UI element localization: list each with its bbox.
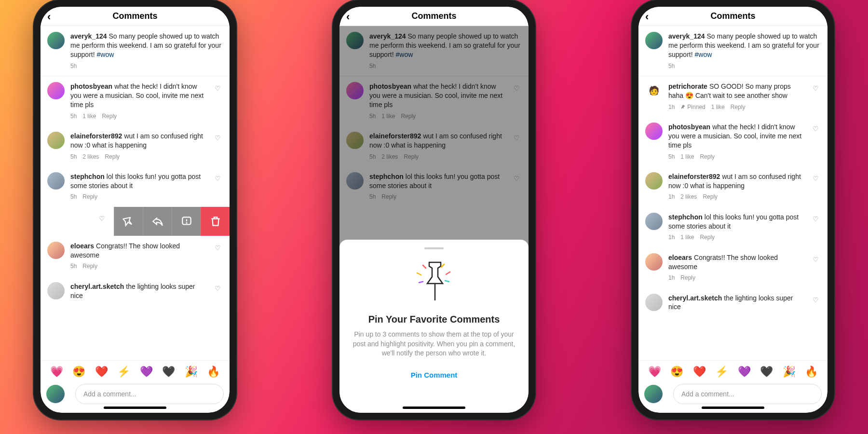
commenter-username[interactable]: elaineforster892 — [668, 173, 720, 180]
emoji-option[interactable]: 😍 — [72, 366, 85, 378]
author-avatar[interactable] — [47, 32, 65, 49]
commenter-username[interactable]: elaineforster892 — [70, 132, 122, 140]
comment-row[interactable]: eloearsCongrats!! The show looked awesom… — [41, 236, 230, 276]
reply-button[interactable]: Reply — [82, 193, 97, 201]
like-count[interactable]: 1 like — [711, 103, 725, 111]
pin-action-button[interactable] — [114, 207, 143, 236]
commenter-username[interactable]: eloears — [70, 242, 94, 250]
like-icon[interactable]: ♡ — [810, 215, 821, 242]
home-indicator[interactable] — [104, 407, 166, 409]
like-icon[interactable]: ♡ — [96, 215, 107, 222]
reply-button[interactable]: Reply — [703, 193, 718, 201]
commenter-username[interactable]: eloears — [668, 254, 692, 261]
back-chevron-icon[interactable]: ‹ — [645, 11, 649, 23]
delete-action-button[interactable] — [201, 207, 230, 236]
comment-input[interactable]: Add a comment... — [673, 384, 822, 404]
emoji-option[interactable]: 💜 — [738, 366, 751, 378]
like-icon[interactable]: ♡ — [810, 84, 821, 111]
home-indicator[interactable] — [403, 407, 465, 409]
author-username[interactable]: averyk_124 — [70, 32, 107, 40]
like-icon[interactable]: ♡ — [212, 84, 223, 120]
commenter-avatar[interactable] — [645, 294, 663, 311]
like-icon[interactable]: ♡ — [810, 255, 821, 282]
reply-button[interactable]: Reply — [700, 233, 715, 241]
comment-row[interactable]: photosbyeanwhat the heck! I didn't know … — [638, 117, 827, 166]
sheet-grabber[interactable] — [424, 247, 444, 249]
commenter-avatar[interactable] — [47, 282, 65, 299]
like-icon[interactable]: ♡ — [212, 284, 223, 303]
comment-row[interactable]: elaineforster892wut I am so confused rig… — [41, 126, 230, 166]
emoji-option[interactable]: ⚡ — [117, 366, 130, 378]
reply-action-button[interactable] — [143, 207, 172, 236]
comment-row[interactable]: photosbyeanwhat the heck! I didn't know … — [41, 76, 230, 126]
back-chevron-icon[interactable]: ‹ — [47, 11, 51, 23]
caption-timestamp: 5h — [70, 62, 77, 70]
comment-row[interactable]: cheryl.art.sketchthe lighting looks supe… — [41, 276, 230, 309]
like-count[interactable]: 2 likes — [82, 153, 99, 161]
commenter-avatar[interactable] — [645, 213, 663, 230]
like-icon[interactable]: ♡ — [810, 124, 821, 161]
report-action-button[interactable] — [172, 207, 201, 236]
commenter-avatar[interactable] — [47, 242, 65, 259]
like-count[interactable]: 2 likes — [680, 193, 697, 201]
commenter-avatar[interactable] — [47, 82, 65, 99]
commenter-username[interactable]: cheryl.art.sketch — [70, 283, 124, 290]
like-icon[interactable]: ♡ — [212, 174, 223, 201]
reply-button[interactable]: Reply — [680, 274, 695, 282]
commenter-avatar[interactable]: 🧑 — [645, 82, 663, 99]
comment-input[interactable]: Add a comment... — [75, 384, 224, 404]
like-icon[interactable]: ♡ — [810, 296, 821, 315]
commenter-username[interactable]: stephchon — [70, 173, 105, 180]
self-avatar[interactable] — [46, 385, 65, 403]
reply-button[interactable]: Reply — [105, 153, 120, 161]
emoji-option[interactable]: 🎉 — [783, 366, 796, 378]
emoji-option[interactable]: 🔥 — [207, 366, 220, 378]
reply-button[interactable]: Reply — [731, 103, 746, 111]
home-indicator[interactable] — [702, 407, 764, 409]
self-avatar[interactable] — [644, 385, 663, 403]
pin-comment-button[interactable]: Pin Comment — [351, 371, 517, 379]
emoji-option[interactable]: 💗 — [648, 366, 661, 378]
commenter-username[interactable]: photosbyean — [668, 123, 710, 131]
comment-timestamp: 5h — [668, 153, 675, 161]
commenter-avatar[interactable] — [645, 172, 663, 190]
like-count[interactable]: 1 like — [680, 233, 694, 241]
emoji-option[interactable]: 💜 — [140, 366, 153, 378]
author-avatar[interactable] — [645, 32, 663, 49]
commenter-avatar[interactable] — [645, 253, 663, 271]
pinned-comment[interactable]: 🧑 petrichorateSO GOOD! So many props hah… — [638, 76, 827, 117]
emoji-option[interactable]: 😍 — [670, 366, 683, 378]
commenter-avatar[interactable] — [47, 132, 65, 149]
emoji-option[interactable]: ⚡ — [715, 366, 728, 378]
comment-row[interactable]: stephchonlol this looks fun! you gotta p… — [638, 207, 827, 247]
commenter-avatar[interactable] — [47, 172, 65, 190]
reply-button[interactable]: Reply — [82, 262, 97, 270]
like-icon[interactable]: ♡ — [212, 244, 223, 271]
comment-row[interactable]: eloearsCongrats!! The show looked awesom… — [638, 247, 827, 288]
reply-button[interactable]: Reply — [102, 112, 117, 120]
svg-line-3 — [417, 273, 421, 275]
like-icon[interactable]: ♡ — [212, 134, 223, 161]
emoji-option[interactable]: ❤️ — [693, 366, 706, 378]
like-count[interactable]: 1 like — [82, 112, 96, 120]
commenter-avatar[interactable] — [645, 122, 663, 140]
commenter-username[interactable]: stephchon — [668, 213, 703, 221]
commenter-username[interactable]: photosbyean — [70, 82, 112, 90]
comment-timestamp: 1h — [668, 233, 675, 241]
emoji-option[interactable]: ❤️ — [95, 366, 108, 378]
comment-row[interactable]: elaineforster892wut I am so confused rig… — [638, 166, 827, 207]
like-icon[interactable]: ♡ — [810, 174, 821, 201]
hashtag-link[interactable]: #wow — [96, 51, 114, 58]
emoji-option[interactable]: 🖤 — [760, 366, 773, 378]
emoji-option[interactable]: 🎉 — [185, 366, 198, 378]
emoji-option[interactable]: 💗 — [50, 366, 63, 378]
like-count[interactable]: 1 like — [680, 153, 694, 161]
reply-button[interactable]: Reply — [700, 153, 715, 161]
commenter-username[interactable]: petrichorate — [668, 82, 707, 90]
commenter-username[interactable]: cheryl.art.sketch — [668, 294, 722, 302]
comment-row[interactable]: stephchonlol this looks fun! you gotta p… — [41, 166, 230, 207]
emoji-option[interactable]: 🖤 — [162, 366, 175, 378]
emoji-option[interactable]: 🔥 — [805, 366, 818, 378]
comment-row[interactable]: cheryl.art.sketchthe lighting looks supe… — [638, 288, 827, 321]
back-chevron-icon[interactable]: ‹ — [346, 11, 350, 23]
